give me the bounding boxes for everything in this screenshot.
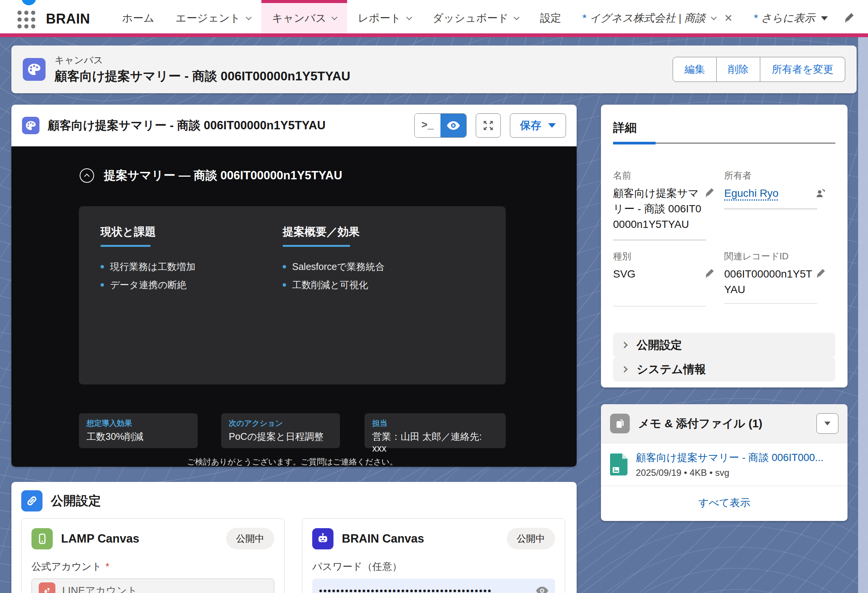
code-view-button[interactable]: >_ (415, 114, 440, 137)
field-divider (613, 306, 706, 307)
nav-tab-canvas[interactable]: キャンバス (261, 0, 347, 33)
tab-divider (613, 143, 835, 144)
chevron-down-icon[interactable] (332, 14, 338, 20)
bullet-dot (101, 283, 104, 287)
toggle-password-visibility-button[interactable] (536, 586, 548, 593)
active-tab-indicator (613, 142, 656, 144)
field-divider (724, 209, 817, 209)
nav-tab-settings[interactable]: 設定 (529, 0, 572, 33)
preview-column-title: 現状と課題 (101, 224, 283, 240)
chevron-up-icon (84, 174, 90, 179)
global-nav: BRAIN ホーム エージェント キャンバス レポート ダッシュボード 設定 *… (0, 0, 868, 33)
lamp-canvas-card: LAMP Canvas 公開中 公式アカウント* LINEアカウント (21, 518, 285, 593)
info-box-next-action: 次のアクション PoCの提案と日程調整 (221, 413, 340, 448)
official-account-label: 公式アカウント* (31, 560, 274, 573)
title-underline (283, 245, 350, 247)
edit-type-pencil-icon[interactable] (704, 268, 715, 280)
details-panel: 詳細 名前 顧客向け提案サマリー - 商談 006IT00000n1Y5TYAU (601, 105, 848, 387)
notes-actions-dropdown-button[interactable] (816, 413, 838, 434)
svg-preview-area: 提案サマリー — 商談 006IT00000n1Y5TYAU 現状と課題 現行業… (11, 146, 577, 467)
preview-view-button[interactable] (440, 114, 466, 137)
chevron-down-icon[interactable] (246, 14, 252, 20)
lamp-canvas-title: LAMP Canvas (61, 532, 139, 546)
unsaved-indicator: * (754, 12, 758, 24)
change-owner-button[interactable]: 所有者を変更 (760, 57, 845, 82)
password-input[interactable]: •••••••••••••••••••••••••••••••••••••••• (312, 579, 555, 593)
brain-canvas-title: BRAIN Canvas (342, 532, 424, 546)
change-owner-icon[interactable] (815, 188, 826, 200)
expand-fullscreen-button[interactable] (476, 113, 501, 138)
edit-button[interactable]: 編集 (673, 57, 717, 82)
app-launcher-waffle-icon[interactable] (17, 11, 35, 28)
field-type: 種別 SVG (613, 250, 724, 317)
owner-link[interactable]: Eguchi Ryo (724, 187, 778, 199)
notes-attachments-card: メモ & 添付ファイル (1) 顧客向け提案サマリー - 商談 006IT (601, 404, 848, 521)
field-divider (724, 303, 817, 304)
canvas-card-title: 顧客向け提案サマリー - 商談 006IT00000n1Y5TYAU (48, 118, 326, 133)
save-button[interactable]: 保存 (510, 113, 566, 138)
type-value: SVG (613, 266, 702, 282)
chevron-down-icon[interactable] (711, 14, 717, 20)
delete-button[interactable]: 削除 (717, 57, 760, 82)
preview-column-title: 提案概要／効果 (283, 224, 385, 240)
page-title: 顧客向け提案サマリー - 商談 006IT00000n1Y5TYAU (55, 68, 350, 85)
smartphone-icon (31, 528, 53, 549)
canvas-record-icon (23, 58, 46, 81)
attachment-file-meta: 2025/09/19 • 4KB • svg (636, 467, 824, 478)
edit-related-id-pencil-icon[interactable] (816, 268, 826, 280)
screen: BRAIN ホーム エージェント キャンバス レポート ダッシュボード 設定 *… (0, 0, 868, 593)
preview-content-panel: 現状と課題 現行業務は工数増加 データ連携の断絶 提案概要／効果 (79, 206, 506, 384)
attachment-file-link[interactable]: 顧客向け提案サマリー - 商談 006IT000... (636, 451, 824, 464)
view-all-link[interactable]: すべて表示 (698, 497, 750, 508)
app-name: BRAIN (46, 11, 90, 27)
tab-details[interactable]: 詳細 (613, 120, 637, 136)
published-status-badge: 公開中 (507, 528, 555, 549)
collapse-section-button[interactable] (80, 168, 94, 183)
chevron-down-icon[interactable] (406, 14, 412, 20)
close-tab-icon[interactable]: ✕ (724, 12, 733, 24)
chevron-down-icon[interactable] (514, 14, 520, 20)
caret-down-icon (548, 123, 556, 128)
required-asterisk: * (105, 561, 109, 572)
view-mode-segmented-control: >_ (414, 113, 467, 138)
nav-tab-home[interactable]: ホーム (112, 0, 165, 33)
caret-down-icon (821, 16, 828, 20)
field-related-record-id: 関連レコードID 006IT00000n1Y5TYAU (724, 250, 835, 317)
preview-heading: 提案サマリー — 商談 006IT00000n1Y5TYAU (104, 168, 342, 184)
field-name: 名前 顧客向け提案サマリー - 商談 006IT00000n1Y5TYAU (613, 169, 724, 250)
nav-tab-more[interactable]: * さらに表示 (743, 0, 838, 33)
scrollbar-track[interactable] (858, 37, 868, 593)
nav-tabs: ホーム エージェント キャンバス レポート ダッシュボード 設定 * イグネス株… (112, 0, 841, 33)
edit-nav-pencil-icon[interactable] (844, 13, 855, 25)
nav-tab-dashboard[interactable]: ダッシュボード (422, 0, 529, 33)
eye-icon (536, 586, 548, 593)
robot-icon (312, 528, 333, 549)
field-divider (613, 240, 706, 240)
svg-file-icon (610, 453, 627, 475)
bullet-item: データ連携の断絶 (101, 276, 283, 294)
nav-tab-report[interactable]: レポート (347, 0, 422, 33)
section-publish-settings[interactable]: 公開設定 (613, 333, 835, 357)
official-account-select[interactable]: LINEアカウント (31, 579, 274, 593)
name-value: 顧客向け提案サマリー - 商談 006IT00000n1Y5TYAU (613, 185, 702, 232)
chevron-right-icon (621, 366, 628, 373)
bullet-item: Salesforceで業務統合 (283, 257, 385, 276)
bullet-dot (283, 283, 286, 287)
official-account-value: LINEアカウント (62, 584, 137, 593)
record-page-header: キャンバス 顧客向け提案サマリー - 商談 006IT00000n1Y5TYAU… (11, 45, 857, 93)
nav-tab-opportunity-record[interactable]: * イグネス株式会社 | 商談 ✕ (572, 0, 743, 33)
brand-logo-partial (22, 0, 36, 5)
publish-section-title: 公開設定 (51, 493, 101, 510)
brain-canvas-card: BRAIN Canvas 公開中 パスワード（任意） •••••••••••••… (302, 518, 565, 593)
nav-tab-agent[interactable]: エージェント (165, 0, 261, 33)
page-background: キャンバス 顧客向け提案サマリー - 商談 006IT00000n1Y5TYAU… (0, 37, 868, 593)
unsaved-indicator: * (582, 12, 587, 24)
attachment-row: 顧客向け提案サマリー - 商談 006IT000... 2025/09/19 •… (601, 443, 848, 486)
expand-icon (482, 119, 494, 132)
edit-name-pencil-icon[interactable] (704, 188, 715, 199)
section-system-info[interactable]: システム情報 (613, 357, 835, 381)
record-actions: 編集 削除 所有者を変更 (673, 57, 845, 82)
entity-label: キャンバス (55, 54, 350, 66)
password-label: パスワード（任意） (312, 560, 555, 573)
published-status-badge: 公開中 (226, 528, 274, 549)
